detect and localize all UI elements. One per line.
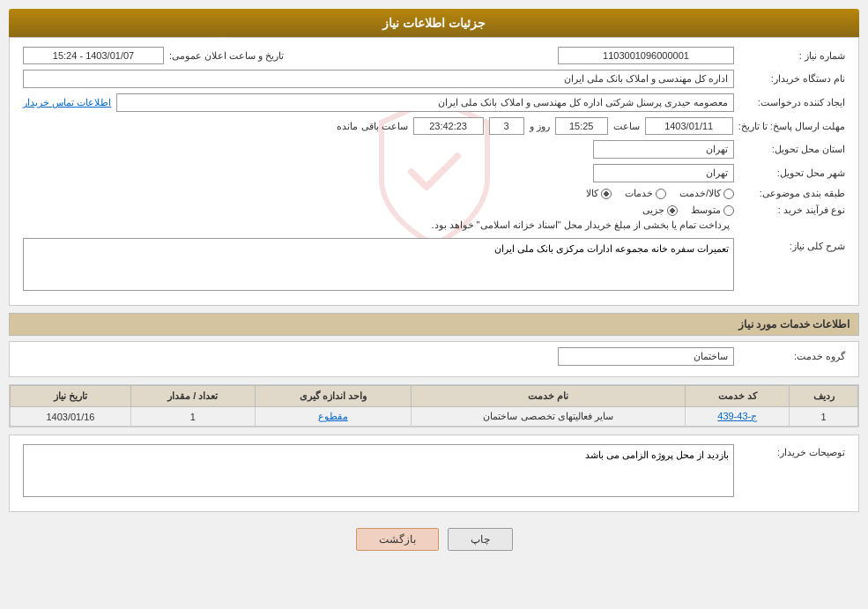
- col-name: نام خدمت: [411, 386, 686, 407]
- farayand-label: نوع فرآیند خرید :: [739, 204, 845, 216]
- nam-dastgah-value: اداره کل مهندسی و املاک بانک ملی ایران: [23, 70, 734, 88]
- radio-kala-khadamat[interactable]: کالا/خدمت: [679, 188, 734, 199]
- radio-khadamat[interactable]: خدمات: [625, 188, 666, 199]
- shomara-row: شماره نیاز : 1103001096000001 تاریخ و سا…: [23, 47, 845, 64]
- radio-mottavasset[interactable]: متوسط: [691, 204, 734, 216]
- back-button[interactable]: بازگشت: [356, 528, 439, 551]
- mohlat-saat-label: ساعت: [613, 121, 640, 132]
- table-row: 1 ج-43-439 سایر فعالیتهای تخصصی ساختمان …: [11, 407, 858, 427]
- mohlat-label: مهلت ارسال پاسخ: تا تاریخ:: [738, 121, 845, 132]
- mohlat-time: 23:42:23: [413, 117, 484, 135]
- table-header-row: ردیف کد خدمت نام خدمت واحد اندازه گیری ت…: [11, 386, 858, 407]
- radio-kala[interactable]: کالا: [586, 188, 612, 199]
- tosihaat-label: توصیحات خریدار:: [739, 444, 845, 458]
- cell-name: سایر فعالیتهای تخصصی ساختمان: [411, 407, 686, 427]
- radio-mottavasset-label: متوسط: [691, 204, 721, 216]
- tosihaat-textarea[interactable]: [23, 444, 734, 497]
- radio-mottavasset-circle: [723, 205, 734, 216]
- cell-radif: 1: [790, 407, 858, 427]
- mohlat-date: 1403/01/11: [645, 117, 733, 135]
- mohlat-row: مهلت ارسال پاسخ: تا تاریخ: 1403/01/11 سا…: [23, 117, 845, 135]
- radio-jazii-circle: [667, 205, 678, 216]
- khadamat-section-header: اطلاعات خدمات مورد نیاز: [9, 313, 859, 336]
- services-table-container: ردیف کد خدمت نام خدمت واحد اندازه گیری ت…: [9, 384, 859, 427]
- tabagheh-label: طبقه بندی موضوعی:: [739, 188, 845, 199]
- services-table: ردیف کد خدمت نام خدمت واحد اندازه گیری ت…: [10, 385, 858, 427]
- col-radif: ردیف: [790, 386, 858, 407]
- header-title: جزئیات اطلاعات نیاز: [382, 16, 486, 30]
- mohlat-rooz-label: روز و: [530, 121, 550, 132]
- ijad-konande-value: معصومه حیدری پرسنل شرکتی اداره کل مهندسی…: [116, 93, 734, 112]
- grohe-value: ساختمان: [558, 347, 734, 366]
- contact-link[interactable]: اطلاعات تماس خریدار: [23, 97, 111, 108]
- tarikh-label: تاریخ و ساعت اعلان عمومی:: [169, 50, 284, 62]
- radio-kala-circle: [601, 189, 612, 199]
- mohlat-rooz-value: 3: [489, 117, 524, 135]
- radio-kala-label: کالا: [586, 188, 598, 199]
- shahr-label: شهر محل تحویل:: [739, 167, 845, 179]
- ijad-konande-label: ایجاد کننده درخواست:: [739, 97, 845, 108]
- shomara-label: شماره نیاز :: [739, 50, 845, 62]
- tabagheh-radio-group: کالا/خدمت خدمات کالا: [586, 188, 734, 199]
- farayand-row: نوع فرآیند خرید : متوسط جزیی پرداخت تمام…: [23, 204, 845, 231]
- radio-khadamat-label: خدمات: [625, 188, 653, 199]
- shahr-value: تهران: [593, 164, 734, 182]
- ostan-value: تهران: [593, 140, 734, 159]
- mohlat-remaining-label: ساعت باقی مانده: [337, 121, 407, 132]
- col-kod: کد خدمت: [686, 386, 790, 407]
- shahr-row: شهر محل تحویل: تهران: [23, 164, 845, 182]
- radio-jazii-label: جزیی: [642, 204, 664, 216]
- farayand-radio-group: متوسط جزیی: [431, 204, 734, 216]
- farayand-note: پرداخت تمام یا بخشی از مبلغ خریدار محل "…: [431, 219, 730, 231]
- tosihaat-section: توصیحات خریدار:: [9, 434, 859, 512]
- nam-dastgah-row: نام دستگاه خریدار: اداره کل مهندسی و امل…: [23, 70, 845, 88]
- tabagheh-row: طبقه بندی موضوعی: کالا/خدمت خدمات کالا: [23, 188, 845, 199]
- col-tedad: تعداد / مقدار: [130, 386, 255, 407]
- radio-khadamat-circle: [656, 189, 666, 199]
- tosihaat-row: توصیحات خریدار:: [23, 444, 845, 497]
- cell-tarikh: 1403/01/16: [11, 407, 131, 427]
- grohe-row: گروه خدمت: ساختمان: [23, 347, 845, 366]
- nam-dastgah-label: نام دستگاه خریدار:: [739, 73, 845, 85]
- sharh-row: شرح کلی نیاز:: [23, 238, 845, 291]
- radio-kala-khadamat-label: کالا/خدمت: [679, 188, 721, 199]
- khadamat-header-text: اطلاعات خدمات مورد نیاز: [738, 318, 849, 330]
- ostan-row: استان محل تحویل: تهران: [23, 140, 845, 159]
- grohe-label: گروه خدمت:: [739, 351, 845, 362]
- sharh-label: شرح کلی نیاز:: [739, 238, 845, 252]
- shomara-value: 1103001096000001: [558, 47, 734, 64]
- col-tarikh: تاریخ نیاز: [11, 386, 131, 407]
- radio-kala-khadamat-circle: [723, 189, 734, 199]
- ijad-konande-row: ایجاد کننده درخواست: معصومه حیدری پرسنل …: [23, 93, 845, 112]
- print-button[interactable]: چاپ: [448, 528, 513, 551]
- radio-jazii[interactable]: جزیی: [642, 204, 678, 216]
- col-vahed: واحد اندازه گیری: [255, 386, 411, 407]
- cell-kod: ج-43-439: [686, 407, 790, 427]
- tarikh-value: 1403/01/07 - 15:24: [23, 47, 164, 64]
- ostan-label: استان محل تحویل:: [739, 144, 845, 155]
- mohlat-saat-value: 15:25: [555, 117, 608, 135]
- footer-buttons: چاپ بازگشت: [9, 519, 859, 560]
- sharh-textarea[interactable]: [23, 238, 734, 291]
- cell-tedad: 1: [130, 407, 255, 427]
- page-header: جزئیات اطلاعات نیاز: [9, 9, 859, 37]
- cell-vahed: مقطوع: [255, 407, 411, 427]
